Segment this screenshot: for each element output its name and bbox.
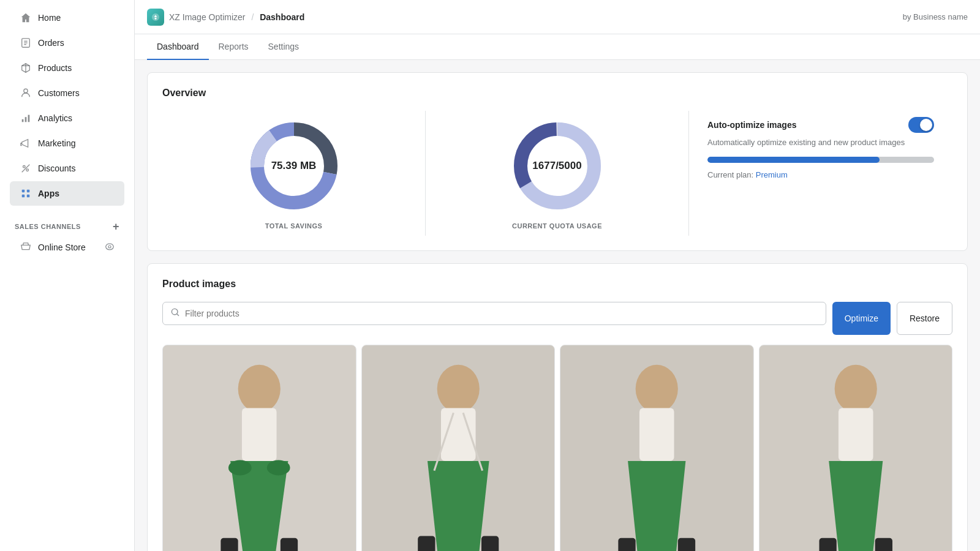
sidebar-item-label: Analytics — [38, 113, 72, 123]
svg-rect-34 — [281, 538, 298, 551]
sidebar-item-label: Online Store — [38, 242, 86, 252]
svg-rect-15 — [22, 195, 25, 198]
marketing-icon — [20, 137, 32, 149]
search-bar — [162, 302, 826, 325]
plan-text: Current plan: Premium — [707, 170, 934, 179]
total-savings-value: 75.39 MB — [271, 160, 317, 172]
auto-optimize-header: Auto-optimize images ✓ — [707, 117, 934, 133]
svg-point-36 — [437, 365, 479, 413]
quota-value: 1677/5000 — [532, 160, 581, 172]
sidebar-item-marketing[interactable]: Marketing — [10, 131, 124, 156]
home-icon — [20, 12, 32, 24]
orders-icon — [20, 37, 32, 49]
sales-channels-label: SALES CHANNELS + — [5, 214, 129, 234]
sidebar-item-online-store[interactable]: Online Store — [10, 235, 124, 260]
progress-bar-fill — [707, 157, 880, 163]
svg-rect-33 — [221, 538, 238, 551]
svg-rect-49 — [838, 408, 873, 460]
analytics-icon — [20, 112, 32, 124]
svg-line-27 — [177, 314, 179, 316]
customers-icon — [20, 87, 32, 99]
sidebar-item-discounts[interactable]: Discounts — [10, 156, 124, 181]
product-images-card: Product images Optimize Restore — [147, 263, 968, 551]
svg-point-32 — [267, 460, 290, 475]
plan-link[interactable]: Premium — [756, 170, 788, 179]
svg-rect-51 — [875, 538, 892, 551]
sidebar-item-label: Apps — [38, 189, 59, 198]
image-grid: -35% — [162, 345, 952, 551]
auto-optimize-description: Automatically optimize existing and new … — [707, 138, 934, 147]
product-image-4[interactable] — [759, 345, 953, 551]
breadcrumb: XZ Image Optimizer / Dashboard — [169, 12, 304, 22]
svg-rect-16 — [27, 195, 30, 198]
sidebar-item-products[interactable]: Products — [10, 56, 124, 80]
restore-button[interactable]: Restore — [897, 302, 952, 335]
tab-dashboard[interactable]: Dashboard — [147, 34, 209, 60]
svg-point-29 — [238, 365, 281, 413]
sidebar-item-label: Marketing — [38, 138, 75, 148]
overview-grid: 75.39 MB TOTAL SAVINGS — [162, 111, 952, 236]
auto-optimize-progress-bar — [707, 157, 934, 163]
overview-title: Overview — [162, 88, 952, 99]
svg-rect-50 — [819, 538, 836, 551]
svg-point-10 — [23, 166, 26, 168]
svg-point-17 — [108, 246, 111, 248]
svg-rect-44 — [639, 408, 674, 460]
svg-point-18 — [155, 17, 157, 19]
svg-rect-8 — [25, 117, 27, 122]
sidebar-item-label: Products — [38, 63, 72, 73]
svg-rect-46 — [678, 538, 695, 551]
svg-rect-13 — [22, 190, 25, 193]
content-area: Overview — [135, 60, 980, 551]
sidebar-item-home[interactable]: Home — [10, 6, 124, 30]
sidebar-item-customers[interactable]: Customers — [10, 81, 124, 105]
product-image-2[interactable]: -36% — [361, 345, 556, 551]
product-image-1[interactable]: -35% — [162, 345, 356, 551]
discounts-icon — [20, 162, 32, 174]
sidebar: Home Orders Products Customers Analytics — [0, 0, 135, 551]
svg-point-11 — [26, 169, 29, 171]
products-icon — [20, 62, 32, 74]
svg-rect-45 — [618, 538, 635, 551]
header: XZ Image Optimizer / Dashboard by Busine… — [135, 0, 980, 34]
sidebar-item-label: Discounts — [38, 163, 75, 173]
quota-col: 1677/5000 CURRENT QUOTA USAGE — [426, 111, 689, 236]
apps-icon — [20, 187, 32, 200]
by-label: by Business name — [903, 12, 968, 21]
quota-label: CURRENT QUOTA USAGE — [512, 222, 602, 230]
sidebar-item-analytics[interactable]: Analytics — [10, 106, 124, 130]
tab-reports[interactable]: Reports — [209, 34, 258, 60]
app-logo — [147, 9, 164, 26]
sidebar-item-label: Home — [38, 13, 61, 23]
tab-settings[interactable]: Settings — [258, 34, 309, 60]
main-content: XZ Image Optimizer / Dashboard by Busine… — [135, 0, 980, 551]
svg-rect-40 — [418, 536, 435, 551]
product-image-3[interactable]: Processing — [560, 345, 754, 551]
total-savings-col: 75.39 MB TOTAL SAVINGS — [162, 111, 426, 236]
svg-rect-14 — [27, 190, 30, 193]
product-images-title: Product images — [162, 279, 952, 290]
sidebar-item-label: Orders — [38, 38, 64, 48]
online-store-visibility-icon[interactable] — [105, 242, 115, 253]
svg-point-31 — [228, 460, 252, 475]
tabs: Dashboard Reports Settings — [135, 34, 980, 60]
svg-rect-9 — [28, 115, 30, 122]
svg-point-43 — [636, 365, 678, 413]
total-savings-chart: 75.39 MB — [245, 117, 343, 215]
product-search-row: Optimize Restore — [162, 302, 952, 335]
auto-optimize-col: Auto-optimize images ✓ Automatically opt… — [689, 111, 952, 236]
header-left: XZ Image Optimizer / Dashboard — [147, 9, 304, 26]
online-store-icon — [20, 241, 32, 253]
svg-point-6 — [24, 89, 28, 92]
quota-chart: 1677/5000 — [508, 117, 606, 215]
add-sales-channel-button[interactable]: + — [113, 221, 119, 232]
auto-optimize-toggle[interactable]: ✓ — [908, 117, 934, 133]
app-name: XZ Image Optimizer — [169, 12, 245, 22]
svg-rect-7 — [22, 119, 24, 122]
sidebar-item-orders[interactable]: Orders — [10, 31, 124, 55]
overview-card: Overview — [147, 72, 968, 251]
optimize-button[interactable]: Optimize — [832, 302, 891, 335]
sidebar-item-apps[interactable]: Apps — [10, 181, 124, 206]
search-input[interactable] — [185, 309, 818, 318]
auto-optimize-title: Auto-optimize images — [707, 120, 796, 130]
